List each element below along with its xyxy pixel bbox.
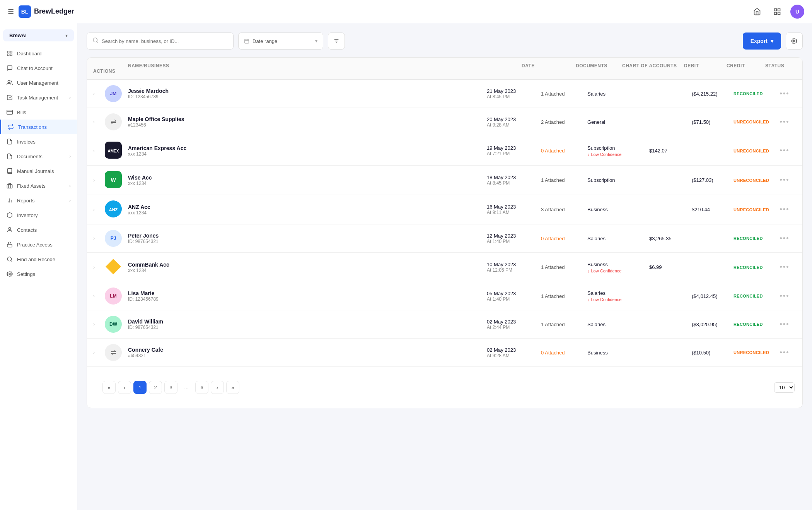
action-menu-icon[interactable]: •••	[780, 205, 790, 214]
transaction-time: At 1:40 PM	[487, 239, 541, 244]
sidebar-item-contacts[interactable]: Contacts	[0, 222, 77, 237]
sidebar-item-dashboard[interactable]: Dashboard	[0, 46, 77, 61]
actions-cell[interactable]: •••	[773, 118, 796, 126]
last-page-button[interactable]: »	[226, 381, 239, 394]
grid-icon[interactable]	[770, 5, 784, 19]
org-name: BrewAI	[9, 33, 27, 38]
page-1-button[interactable]: 1	[133, 381, 147, 394]
row-expand-icon[interactable]: ›	[93, 91, 105, 96]
action-menu-icon[interactable]: •••	[780, 90, 790, 98]
actions-cell[interactable]: •••	[773, 320, 796, 329]
org-selector[interactable]: BrewAI ▾	[3, 29, 74, 41]
table-row[interactable]: › JM Jessie Mardoch ID: 123456789 21 May…	[87, 80, 802, 108]
search-box[interactable]	[87, 33, 234, 50]
chart-of-accounts-cell: Subscription	[587, 177, 649, 183]
row-expand-icon[interactable]: ›	[93, 322, 105, 327]
hamburger-menu-icon[interactable]: ☰	[8, 7, 14, 16]
action-menu-icon[interactable]: •••	[780, 320, 790, 329]
date-cell: 19 May 2023 At 7:21 PM	[487, 145, 541, 156]
sidebar-item-settings[interactable]: Settings	[0, 267, 77, 281]
table-row[interactable]: › ⇌ Maple Office Supplies #123456 20 May…	[87, 108, 802, 136]
table-row[interactable]: › AMEX American Express Acc xxx 1234 19 …	[87, 136, 802, 166]
sidebar-item-chat[interactable]: Chat to Account	[0, 61, 77, 75]
action-menu-icon[interactable]: •••	[780, 234, 790, 243]
row-expand-icon[interactable]: ›	[93, 207, 105, 212]
table-row[interactable]: › W Wise Acc xxx 1234 18 May 2023 At 8:4…	[87, 166, 802, 195]
action-menu-icon[interactable]: •••	[780, 349, 790, 357]
row-avatar: ⇌	[105, 344, 128, 361]
credit-cell: $210.44	[692, 207, 730, 212]
sidebar-item-fixed-assets[interactable]: Fixed Assets ›	[0, 178, 77, 193]
sidebar-item-bills[interactable]: Bills	[0, 105, 77, 120]
action-menu-icon[interactable]: •••	[780, 292, 790, 300]
sidebar-item-manual-journals[interactable]: Manual Journals	[0, 164, 77, 178]
user-avatar[interactable]: U	[790, 5, 804, 19]
invoices-icon	[6, 138, 13, 145]
sidebar-item-find-recode[interactable]: Find and Recode	[0, 252, 77, 267]
coa-text: Subscription	[587, 177, 649, 183]
action-menu-icon[interactable]: •••	[780, 147, 790, 155]
table-row[interactable]: › PJ Peter Jones ID: 987654321 12 May 20…	[87, 224, 802, 253]
search-input[interactable]	[102, 38, 228, 44]
sidebar-item-practice-access[interactable]: Practice Access	[0, 237, 77, 252]
svg-text:W: W	[111, 177, 116, 183]
actions-cell[interactable]: •••	[773, 147, 796, 155]
table-row[interactable]: › ⇌ Connery Cafe #654321 02 May 2023 At …	[87, 339, 802, 366]
name-cell: CommBank Acc xxx 1234	[128, 262, 487, 273]
next-page-button[interactable]: ›	[211, 381, 224, 394]
row-expand-icon[interactable]: ›	[93, 119, 105, 125]
row-expand-icon[interactable]: ›	[93, 293, 105, 299]
action-menu-icon[interactable]: •••	[780, 263, 790, 271]
row-expand-icon[interactable]: ›	[93, 148, 105, 154]
actions-cell[interactable]: •••	[773, 176, 796, 184]
sidebar-item-user-management[interactable]: User Management	[0, 75, 77, 90]
table-row[interactable]: › CommBank Acc xxx 1234 10 May 2023 At 1…	[87, 253, 802, 282]
actions-cell[interactable]: •••	[773, 205, 796, 214]
page-6-button[interactable]: 6	[195, 381, 208, 394]
action-menu-icon[interactable]: •••	[780, 118, 790, 126]
row-expand-icon[interactable]: ›	[93, 178, 105, 183]
date-range-picker[interactable]: Date range ▾	[238, 33, 323, 50]
sidebar-item-transactions[interactable]: Transactions	[0, 120, 77, 134]
documents-cell: 1 Attached	[541, 177, 587, 183]
table-settings-button[interactable]	[786, 33, 803, 50]
row-expand-icon[interactable]: ›	[93, 265, 105, 270]
svg-rect-2	[774, 12, 777, 14]
per-page-select[interactable]: 10 25 50	[774, 382, 795, 393]
transaction-id: ID: 987654321	[128, 325, 487, 330]
sidebar-item-reports[interactable]: Reports ›	[0, 193, 77, 208]
table-row[interactable]: › LM Lisa Marie ID: 123456789 05 May 202…	[87, 282, 802, 310]
action-menu-icon[interactable]: •••	[780, 176, 790, 184]
sidebar-item-task-management[interactable]: Task Management ›	[0, 90, 77, 105]
table-row[interactable]: › ANZ ANZ Acc xxx 1234 16 May 2023 At 9:…	[87, 195, 802, 224]
sidebar-item-documents[interactable]: Documents ›	[0, 149, 77, 164]
sidebar-item-invoices[interactable]: Invoices	[0, 134, 77, 149]
row-expand-icon[interactable]: ›	[93, 236, 105, 241]
practice-icon	[6, 241, 13, 248]
coa-text: Salaries	[587, 322, 649, 327]
export-button[interactable]: Export ▾	[743, 33, 781, 50]
actions-cell[interactable]: •••	[773, 234, 796, 243]
sidebar-item-inventory[interactable]: Inventory	[0, 208, 77, 222]
table-row[interactable]: › DW David William ID: 987654321 02 May …	[87, 310, 802, 339]
prev-page-button[interactable]: ‹	[118, 381, 131, 394]
actions-cell[interactable]: •••	[773, 292, 796, 300]
home-icon[interactable]	[750, 5, 764, 19]
transaction-time: At 2:44 PM	[487, 325, 541, 330]
page-3-button[interactable]: 3	[164, 381, 177, 394]
pagination: « ‹ 1 2 3 ... 6 › » 10 25 5	[87, 366, 802, 408]
actions-cell[interactable]: •••	[773, 349, 796, 357]
sidebar-item-label: Inventory	[17, 212, 71, 218]
export-label: Export	[751, 38, 768, 44]
transactions-table: Name/Business Date Documents Chart of Ac…	[87, 57, 803, 408]
col-coa: Chart of Accounts	[622, 63, 684, 68]
transaction-name: David William	[128, 318, 487, 325]
actions-cell[interactable]: •••	[773, 90, 796, 98]
first-page-button[interactable]: «	[102, 381, 116, 394]
filter-button[interactable]	[328, 33, 345, 50]
credit-cell: ($71.50)	[692, 119, 730, 125]
credit-cell: ($4,012.45)	[692, 293, 730, 299]
actions-cell[interactable]: •••	[773, 263, 796, 271]
row-expand-icon[interactable]: ›	[93, 350, 105, 355]
page-2-button[interactable]: 2	[149, 381, 162, 394]
